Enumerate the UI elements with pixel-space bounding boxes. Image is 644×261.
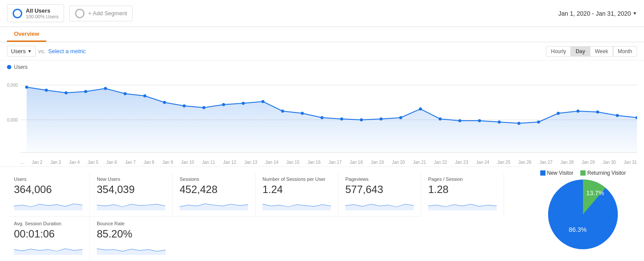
sparkline-bounce-rate xyxy=(97,242,166,255)
segment2-circle xyxy=(75,9,85,18)
svg-point-23 xyxy=(379,118,382,121)
metric-label: Users xyxy=(11,48,26,54)
svg-point-27 xyxy=(458,119,461,122)
add-segment-label: + Add Segment xyxy=(88,10,127,17)
sparkline-users xyxy=(14,197,82,210)
chart-area: Users 20,000 10,000 xyxy=(0,61,644,166)
chevron-down-icon: ▼ xyxy=(633,11,637,16)
svg-point-19 xyxy=(301,112,304,115)
month-button[interactable]: Month xyxy=(613,46,637,57)
svg-text:10,000: 10,000 xyxy=(7,118,18,122)
pie-legend-returning-visitor: Returning Visitor xyxy=(580,170,626,176)
svg-point-20 xyxy=(320,116,324,119)
segment1-box[interactable]: All Users 100.00% Users xyxy=(7,4,64,22)
tabs-row: Overview xyxy=(0,27,644,42)
new-visitor-color xyxy=(540,170,545,176)
svg-point-29 xyxy=(497,121,501,124)
svg-point-13 xyxy=(183,105,186,108)
users-legend-dot xyxy=(7,65,11,69)
date-range[interactable]: Jan 1, 2020 - Jan 31, 2020 ▼ xyxy=(559,10,637,17)
sparkline-avg-session xyxy=(14,242,82,255)
svg-point-31 xyxy=(537,121,540,124)
svg-point-16 xyxy=(242,102,245,105)
metric-card-avg-session: Avg. Session Duration 00:01:06 xyxy=(7,217,90,261)
segment1-info: All Users 100.00% Users xyxy=(26,7,58,19)
date-range-text: Jan 1, 2020 - Jan 31, 2020 xyxy=(559,10,631,17)
svg-point-24 xyxy=(399,116,402,119)
metric-name-avg-session: Avg. Session Duration xyxy=(14,221,82,226)
svg-point-33 xyxy=(576,110,579,113)
select-metric-link[interactable]: Select a metric xyxy=(48,48,85,54)
svg-point-15 xyxy=(222,103,225,106)
metric-card-bounce-rate: Bounce Rate 85.20% xyxy=(90,217,173,261)
metric-chevron-icon: ▼ xyxy=(27,49,32,54)
svg-text:20,000: 20,000 xyxy=(7,83,18,88)
svg-point-7 xyxy=(65,92,68,95)
new-visitor-label: New Visitor xyxy=(547,170,573,176)
pie-area: New Visitor Returning Visitor 13.7% 86.3… xyxy=(522,166,644,261)
svg-point-9 xyxy=(104,87,107,90)
x-axis-labels: ... Jan 2 Jan 3 Jan 4 Jan 5 Jan 6 Jan 7 … xyxy=(7,159,637,166)
svg-point-28 xyxy=(478,119,481,122)
segments-area: All Users 100.00% Users + Add Segment xyxy=(7,4,133,22)
users-legend-label: Users xyxy=(14,64,27,70)
header: All Users 100.00% Users + Add Segment Ja… xyxy=(0,0,644,27)
metric-card-new-users: New Users 354,039 xyxy=(90,172,173,217)
metric-card-users: Users 364,006 xyxy=(7,172,90,217)
bottom-section: Users 364,006 New Users 354,039 Sessions… xyxy=(0,166,644,261)
chart-container: 20,000 10,000 xyxy=(7,72,637,159)
svg-point-11 xyxy=(143,95,147,98)
pie-legend: New Visitor Returning Visitor xyxy=(540,170,626,176)
metrics-grid: Users 364,006 New Users 354,039 Sessions… xyxy=(0,166,522,261)
metric-value-bounce-rate: 85.20% xyxy=(97,228,166,240)
pie-legend-new-visitor: New Visitor xyxy=(540,170,573,176)
svg-point-10 xyxy=(123,92,126,95)
metric-card-sessions: Sessions 452,428 xyxy=(173,172,256,217)
metric-name-pages-session: Pages / Session xyxy=(428,176,497,182)
metric-card-sessions-per-user: Number of Sessions per User 1.24 xyxy=(256,172,338,217)
chart-legend: Users xyxy=(7,64,637,70)
svg-text:13.7%: 13.7% xyxy=(586,190,604,197)
svg-point-5 xyxy=(25,86,28,89)
segment1-title: All Users xyxy=(26,7,58,14)
metric-value-new-users: 354,039 xyxy=(97,183,165,196)
metric-name-new-users: New Users xyxy=(97,176,165,182)
svg-point-30 xyxy=(518,122,521,125)
segment2-box[interactable]: + Add Segment xyxy=(69,6,133,21)
metric-name-sessions: Sessions xyxy=(180,176,248,182)
metric-name-pageviews: Pageviews xyxy=(345,176,414,182)
svg-point-14 xyxy=(202,106,205,109)
metric-card-pageviews: Pageviews 577,643 xyxy=(338,172,421,217)
metric-dropdown[interactable]: Users ▼ xyxy=(7,46,36,57)
week-button[interactable]: Week xyxy=(590,46,613,57)
sparkline-pageviews xyxy=(345,197,414,210)
hourly-button[interactable]: Hourly xyxy=(546,46,571,57)
svg-point-17 xyxy=(262,100,265,103)
metric-value-sessions: 452,428 xyxy=(180,183,248,196)
svg-point-26 xyxy=(439,118,442,121)
controls-row: Users ▼ vs. Select a metric Hourly Day W… xyxy=(0,42,644,61)
metric-card-pages-session: Pages / Session 1.28 xyxy=(421,172,504,217)
sparkline-pages-session xyxy=(428,197,497,210)
sparkline-new-users xyxy=(97,197,165,210)
svg-point-8 xyxy=(84,90,87,93)
vs-label: vs. xyxy=(38,48,46,54)
svg-text:86.3%: 86.3% xyxy=(569,226,587,233)
tab-overview[interactable]: Overview xyxy=(7,27,46,42)
svg-point-21 xyxy=(340,118,343,121)
svg-point-22 xyxy=(360,119,363,122)
metrics-area: Users 364,006 New Users 354,039 Sessions… xyxy=(0,166,522,261)
returning-visitor-color xyxy=(580,170,586,176)
metric-value-pageviews: 577,643 xyxy=(345,183,414,196)
svg-point-12 xyxy=(163,101,166,104)
metric-value-sessions-per-user: 1.24 xyxy=(262,183,331,196)
pie-chart: 13.7% 86.3% xyxy=(548,180,618,249)
sparkline-sessions-per-user xyxy=(262,197,331,210)
line-chart: 20,000 10,000 xyxy=(7,72,637,159)
metric-name-bounce-rate: Bounce Rate xyxy=(97,221,166,226)
day-button[interactable]: Day xyxy=(571,46,590,57)
metric-value-users: 364,006 xyxy=(14,183,82,196)
svg-point-25 xyxy=(419,108,422,111)
time-buttons: Hourly Day Week Month xyxy=(546,46,637,57)
metric-selector: Users ▼ vs. Select a metric xyxy=(7,46,85,57)
